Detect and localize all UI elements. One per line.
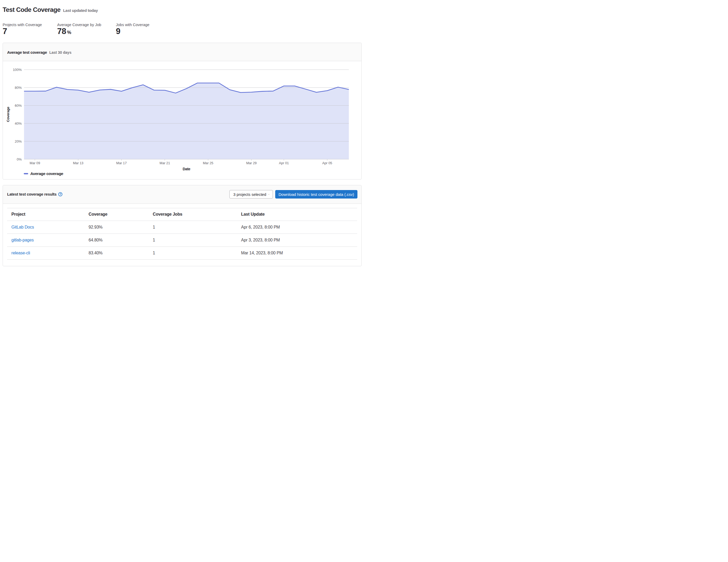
svg-text:?: ?: [59, 192, 61, 195]
svg-text:Mar 13: Mar 13: [73, 161, 83, 165]
svg-text:Date: Date: [183, 167, 190, 171]
svg-text:0%: 0%: [17, 157, 22, 161]
svg-text:Mar 17: Mar 17: [116, 161, 127, 165]
svg-text:Mar 25: Mar 25: [203, 161, 213, 165]
svg-text:Average coverage: Average coverage: [30, 171, 63, 175]
svg-text:60%: 60%: [15, 104, 22, 107]
svg-text:Apr 01: Apr 01: [279, 161, 289, 165]
svg-text:100%: 100%: [13, 68, 22, 72]
svg-text:Mar 29: Mar 29: [246, 161, 257, 165]
svg-text:Mar 21: Mar 21: [160, 161, 170, 165]
svg-text:Coverage: Coverage: [6, 106, 10, 122]
svg-text:40%: 40%: [15, 121, 22, 125]
svg-text:Apr 05: Apr 05: [322, 161, 332, 165]
svg-text:80%: 80%: [15, 86, 22, 90]
svg-text:20%: 20%: [15, 139, 22, 143]
svg-text:Mar 09: Mar 09: [30, 161, 40, 165]
